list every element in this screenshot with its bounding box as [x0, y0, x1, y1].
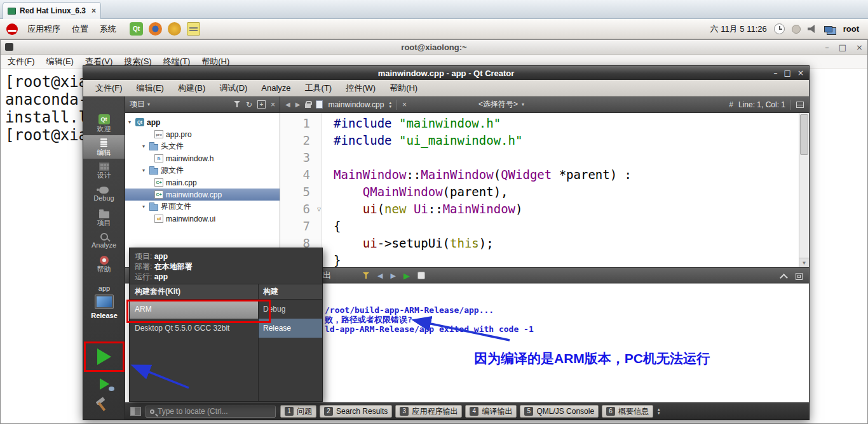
- tree-item[interactable]: ▾app: [125, 116, 280, 128]
- qtcreator-menu[interactable]: 构建(B): [171, 83, 212, 94]
- qtcreator-titlebar[interactable]: mainwindow.cpp - app - Qt Creator – □ ×: [83, 66, 809, 80]
- code-area[interactable]: #include "mainwindow.h"#include "ui_main…: [322, 113, 799, 267]
- output-next-icon[interactable]: ▶: [390, 272, 395, 280]
- tree-item[interactable]: app.pro: [125, 128, 280, 140]
- forward-icon[interactable]: ▶: [295, 101, 301, 108]
- output-prev-icon[interactable]: ◀: [377, 272, 383, 280]
- qtcreator-close-icon[interactable]: ×: [797, 69, 804, 77]
- qtcreator-menu[interactable]: 帮助(H): [383, 83, 424, 94]
- mode-edit[interactable]: 编辑: [83, 135, 125, 159]
- redhat-menu-icon[interactable]: [6, 23, 18, 35]
- back-icon[interactable]: ◀: [285, 101, 290, 108]
- tree-item[interactable]: main.cpp: [125, 176, 280, 189]
- mode-analyze[interactable]: Analyze: [83, 229, 125, 253]
- output-tab-spinner[interactable]: ▴▾: [658, 407, 660, 415]
- output-tab-2[interactable]: 2Search Results: [320, 405, 392, 418]
- mode-debug[interactable]: Debug: [83, 182, 125, 206]
- notification-icon[interactable]: [792, 25, 801, 34]
- output-tab-4[interactable]: 4编译输出: [465, 405, 517, 418]
- vm-tab[interactable]: Red Hat Linux_6.3 ×: [3, 2, 101, 19]
- terminal-maximize-icon[interactable]: □: [839, 43, 846, 52]
- output-collapse-icon[interactable]: [780, 274, 788, 282]
- qtcreator-menu[interactable]: Analyze: [254, 83, 297, 93]
- locator[interactable]: [146, 406, 276, 418]
- mode-design[interactable]: 设计: [83, 159, 125, 182]
- output-tab-1[interactable]: 1问题: [280, 405, 316, 418]
- output-maximize-icon[interactable]: [796, 273, 803, 280]
- tree-item[interactable]: ▾界面文件: [125, 201, 280, 213]
- output-filter-icon[interactable]: [363, 272, 370, 279]
- kit-option-desktop[interactable]: Desktop Qt 5.5.0 GCC 32bit: [130, 319, 258, 338]
- build-option-debug[interactable]: Debug: [258, 300, 322, 319]
- tree-item[interactable]: ▾源文件: [125, 164, 280, 176]
- qtcreator-minimize-icon[interactable]: –: [774, 69, 778, 77]
- build-button[interactable]: [83, 395, 125, 414]
- symbol-combo[interactable]: <选择符号>▾: [478, 99, 524, 110]
- panel-menu[interactable]: 系统: [94, 23, 122, 35]
- mode-help[interactable]: 帮助: [83, 253, 125, 276]
- close-file-icon[interactable]: ×: [402, 100, 407, 109]
- output-run-icon[interactable]: ▶: [403, 271, 410, 281]
- file-dropdown-icon[interactable]: ▴▾: [389, 101, 391, 109]
- nav-sync-icon[interactable]: ↻: [246, 100, 252, 109]
- text-editor-launcher-icon[interactable]: [187, 22, 200, 36]
- target-selector[interactable]: app Release: [83, 284, 125, 319]
- scrollbar-down-icon[interactable]: ▼: [799, 258, 809, 267]
- qtcreator-menu[interactable]: 控件(W): [339, 83, 383, 94]
- expander-icon[interactable]: ▾: [126, 119, 133, 125]
- code-editor[interactable]: 123456▽789 #include "mainwindow.h"#inclu…: [280, 113, 799, 267]
- output-tab-5[interactable]: 5QML/JS Console: [520, 405, 599, 418]
- panel-menu[interactable]: 位置: [66, 23, 94, 35]
- output-tab-6[interactable]: 6概要信息: [602, 405, 653, 418]
- panel-clock[interactable]: 六 11月 5 11:26: [710, 23, 767, 35]
- terminal-menu[interactable]: 编辑(E): [41, 56, 79, 67]
- nav-filter-icon[interactable]: [234, 101, 241, 108]
- toolbar-separator: [397, 100, 397, 110]
- scrollbar-thumb[interactable]: [800, 114, 808, 155]
- volume-icon[interactable]: [808, 25, 817, 33]
- expander-icon[interactable]: ▾: [140, 204, 147, 209]
- clock-icon[interactable]: [774, 23, 785, 34]
- tree-item[interactable]: mainwindow.h: [125, 152, 280, 164]
- tree-item[interactable]: mainwindow.cpp: [125, 189, 280, 201]
- qtcreator-launcher-icon[interactable]: [130, 22, 143, 36]
- tree-item[interactable]: mainwindow.ui: [125, 213, 280, 225]
- run-button[interactable]: [83, 341, 125, 372]
- output-tab-3[interactable]: 3应用程序输出: [395, 405, 462, 418]
- editor-scrollbar[interactable]: ▼: [799, 113, 809, 267]
- terminal-close-icon[interactable]: ×: [856, 43, 863, 52]
- displays-icon[interactable]: [824, 26, 832, 32]
- terminal-titlebar[interactable]: root@xiaolong:~ – □ ×: [1, 40, 867, 55]
- output-stop-icon[interactable]: [417, 272, 425, 279]
- locator-input[interactable]: [158, 407, 259, 416]
- nav-split-icon[interactable]: +: [257, 100, 266, 109]
- vm-tab-close-icon[interactable]: ×: [92, 6, 96, 15]
- tree-item[interactable]: ▾头文件: [125, 140, 280, 152]
- qtcreator-menu[interactable]: 调试(D): [212, 83, 254, 94]
- fold-marker-icon[interactable]: ▽: [317, 201, 321, 218]
- panel-menu[interactable]: 应用程序: [22, 23, 66, 35]
- code-line: #include "ui_mainwindow.h": [334, 132, 799, 149]
- qtcreator-maximize-icon[interactable]: □: [784, 69, 791, 77]
- firefox-launcher-icon[interactable]: [149, 22, 162, 36]
- debug-run-button[interactable]: [83, 374, 125, 394]
- app-launcher-icon[interactable]: [168, 22, 181, 36]
- expander-icon[interactable]: ▾: [140, 168, 147, 173]
- mode-projects[interactable]: 项目: [83, 206, 125, 229]
- qtcreator-menu[interactable]: 编辑(E): [130, 83, 171, 94]
- editor-gutter[interactable]: 123456▽789: [280, 113, 322, 267]
- mode-welcome[interactable]: 欢迎: [83, 112, 125, 135]
- nav-close-icon[interactable]: ×: [271, 100, 275, 109]
- build-option-release[interactable]: Release: [258, 319, 322, 338]
- qtcreator-menu[interactable]: 工具(T): [298, 83, 339, 94]
- qtcreator-menu[interactable]: 文件(F): [88, 83, 130, 94]
- panel-menus: 应用程序位置系统: [22, 23, 122, 35]
- nav-combo[interactable]: 项目▾: [130, 99, 150, 110]
- sidebar-toggle-icon[interactable]: [130, 407, 141, 416]
- split-icon[interactable]: [796, 102, 804, 108]
- terminal-minimize-icon[interactable]: –: [825, 43, 829, 52]
- open-file-name[interactable]: mainwindow.cpp: [328, 100, 384, 109]
- terminal-menu[interactable]: 文件(F): [2, 56, 41, 67]
- expander-icon[interactable]: ▾: [140, 143, 147, 149]
- kit-option-arm[interactable]: ARM: [130, 300, 258, 319]
